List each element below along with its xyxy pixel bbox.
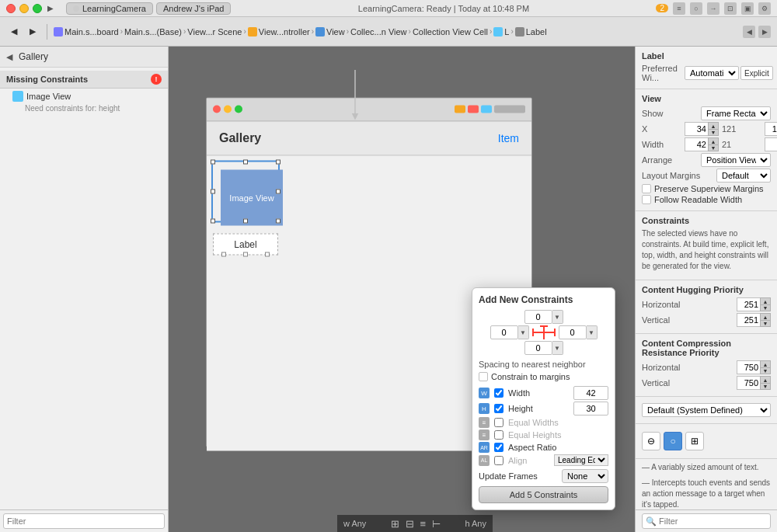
back-btn[interactable]: ◀ bbox=[6, 25, 22, 38]
panel-toggle-btn[interactable]: ◀ bbox=[6, 52, 12, 62]
breadcrumb-item[interactable]: Main.s...(Base) bbox=[124, 27, 182, 37]
right-constraint-input[interactable] bbox=[559, 325, 587, 339]
btn-blue[interactable] bbox=[481, 106, 492, 113]
image-view-selected[interactable]: Image View bbox=[211, 160, 280, 222]
handle-lc[interactable] bbox=[211, 189, 215, 193]
right-filter-input[interactable] bbox=[642, 513, 771, 529]
nav-btn-fwd[interactable]: ▶ bbox=[758, 26, 771, 38]
breadcrumb-item[interactable]: Collec...n View bbox=[350, 27, 407, 37]
label-icon-2[interactable]: ○ bbox=[664, 432, 682, 450]
forward-btn[interactable]: ▶ bbox=[25, 25, 40, 38]
readable-checkbox[interactable] bbox=[642, 195, 651, 204]
preserve-checkbox[interactable] bbox=[642, 184, 651, 193]
tree-item-imageview[interactable]: Image View bbox=[0, 89, 168, 104]
breadcrumb-item-label[interactable]: Label bbox=[515, 27, 547, 37]
center-canvas[interactable]: Gallery Item Image View bbox=[169, 47, 635, 532]
comp-h-input[interactable] bbox=[737, 360, 760, 374]
width-value-input[interactable] bbox=[573, 386, 608, 400]
split-btn[interactable]: ▣ bbox=[741, 2, 754, 15]
handle-br[interactable] bbox=[276, 218, 280, 223]
height-checkbox[interactable] bbox=[494, 404, 503, 413]
breadcrumb-item[interactable]: L bbox=[493, 27, 509, 37]
bottom-constraint-input[interactable] bbox=[524, 341, 552, 355]
x-increment[interactable]: ▲ bbox=[708, 122, 719, 129]
image-view-cell[interactable]: Image View bbox=[221, 169, 283, 225]
hh-inc[interactable]: ▲ bbox=[760, 297, 771, 304]
right-dropdown[interactable]: ▼ bbox=[587, 325, 598, 339]
label-handle-2[interactable] bbox=[243, 252, 248, 256]
label-cell[interactable]: Label bbox=[213, 233, 278, 255]
hv-inc[interactable]: ▲ bbox=[760, 313, 771, 320]
handle-bl[interactable] bbox=[211, 218, 215, 223]
minimize-button[interactable] bbox=[19, 4, 29, 13]
play-button[interactable]: ▶ bbox=[46, 4, 55, 13]
handle-tr[interactable] bbox=[276, 159, 280, 164]
label-icon-1[interactable]: ⊖ bbox=[642, 432, 660, 450]
show-select[interactable]: Frame Rectangle bbox=[701, 106, 771, 120]
settings-btn[interactable]: ⚙ bbox=[758, 2, 771, 15]
explicit-btn[interactable]: Explicit bbox=[740, 66, 773, 80]
x-input[interactable] bbox=[685, 122, 708, 136]
bottom-dropdown[interactable]: ▼ bbox=[552, 341, 563, 355]
nav-item-btn[interactable]: Item bbox=[498, 132, 519, 144]
layout-icon-3[interactable]: ≡ bbox=[420, 518, 427, 530]
handle-rc[interactable] bbox=[276, 189, 280, 193]
library-btn[interactable]: ≡ bbox=[673, 2, 685, 15]
hv-dec[interactable]: ▼ bbox=[760, 320, 771, 327]
comp-v-input[interactable] bbox=[737, 376, 760, 390]
resize-bar[interactable] bbox=[494, 106, 525, 113]
equal-widths-checkbox[interactable] bbox=[494, 418, 503, 427]
align-checkbox[interactable] bbox=[494, 456, 503, 465]
aspect-ratio-checkbox[interactable] bbox=[494, 443, 503, 452]
height-input[interactable] bbox=[765, 137, 777, 151]
width-decrement[interactable]: ▼ bbox=[708, 144, 719, 151]
ch-dec[interactable]: ▼ bbox=[760, 367, 771, 374]
tab-learningcamera[interactable]: LearningCamera bbox=[66, 2, 153, 15]
hugging-v-input[interactable] bbox=[737, 313, 760, 327]
label-handle-1[interactable] bbox=[221, 252, 226, 256]
cv-dec[interactable]: ▼ bbox=[760, 383, 771, 390]
label-handle-3[interactable] bbox=[265, 252, 270, 256]
update-frames-select[interactable]: None bbox=[562, 469, 608, 483]
constrain-margins-checkbox[interactable] bbox=[479, 372, 488, 381]
layout-icon-4[interactable]: ⊢ bbox=[432, 518, 441, 530]
layout-icon-1[interactable]: ⊞ bbox=[391, 518, 399, 530]
left-dropdown[interactable]: ▼ bbox=[518, 325, 529, 339]
top-constraint-input[interactable] bbox=[524, 310, 552, 324]
inspector-btn[interactable]: ○ bbox=[690, 2, 702, 15]
width-checkbox[interactable] bbox=[494, 388, 503, 398]
breadcrumb-item[interactable]: Collection View Cell bbox=[413, 27, 488, 37]
cv-inc[interactable]: ▲ bbox=[760, 376, 771, 383]
hh-dec[interactable]: ▼ bbox=[760, 304, 771, 311]
breadcrumb-item[interactable]: View...r Scene bbox=[187, 27, 242, 37]
hugging-h-input[interactable] bbox=[737, 297, 760, 311]
handle-bc[interactable] bbox=[243, 218, 248, 223]
btn-red[interactable] bbox=[468, 106, 479, 113]
left-constraint-input[interactable] bbox=[490, 325, 518, 339]
ch-inc[interactable]: ▲ bbox=[760, 360, 771, 367]
label-icon-3[interactable]: ⊞ bbox=[685, 432, 704, 450]
top-constraint-dropdown[interactable]: ▼ bbox=[552, 310, 563, 324]
layout-icon-2[interactable]: ⊟ bbox=[406, 518, 414, 530]
arrange-select[interactable]: Position View bbox=[701, 153, 771, 167]
add-constraints-btn[interactable]: Add 5 Constraints bbox=[479, 486, 608, 503]
y-input[interactable] bbox=[765, 122, 777, 136]
breadcrumb-item[interactable]: Main.s...board bbox=[54, 27, 119, 37]
handle-tl[interactable] bbox=[211, 159, 215, 164]
align-select[interactable]: Leading Edges bbox=[554, 454, 608, 466]
layout-margins-select[interactable]: Default bbox=[716, 169, 771, 183]
nav-btn[interactable]: → bbox=[707, 2, 720, 15]
tab-device[interactable]: Andrew J's iPad bbox=[156, 2, 232, 15]
maximize-button[interactable] bbox=[33, 4, 42, 13]
intrinsic-select[interactable]: Default (System Defined) bbox=[642, 403, 771, 417]
fullscreen-btn[interactable]: ⊡ bbox=[724, 2, 737, 15]
width-increment[interactable]: ▲ bbox=[708, 137, 719, 144]
handle-tc[interactable] bbox=[243, 159, 248, 164]
breadcrumb-item[interactable]: View...ntroller bbox=[248, 27, 310, 37]
height-value-input[interactable] bbox=[573, 402, 608, 416]
x-decrement[interactable]: ▼ bbox=[708, 129, 719, 136]
width-input[interactable] bbox=[685, 137, 708, 151]
breadcrumb-item[interactable]: View bbox=[315, 27, 345, 37]
filter-input[interactable] bbox=[3, 513, 165, 529]
close-button[interactable] bbox=[6, 4, 16, 13]
